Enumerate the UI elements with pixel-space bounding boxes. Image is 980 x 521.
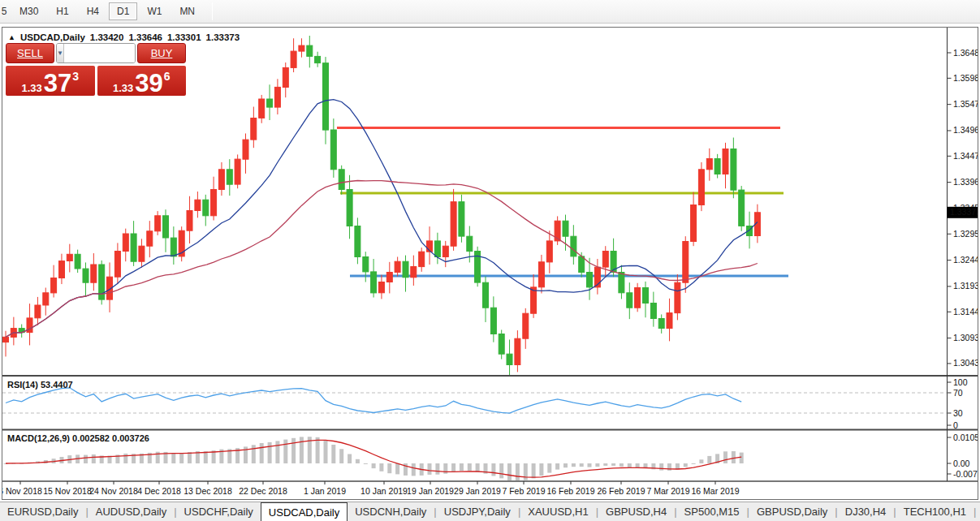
svg-text:1.35985: 1.35985 [953,73,978,83]
date-axis: 6 Nov 201815 Nov 201824 Nov 20184 Dec 20… [2,481,740,496]
chart-canvas[interactable]: 1.364801.359851.354751.349651.344701.339… [2,28,978,499]
bid-price-prefix: 1.33 [21,83,41,93]
svg-text:7 Feb 2019: 7 Feb 2019 [502,486,545,496]
svg-text:19 Jan 2019: 19 Jan 2019 [407,486,454,496]
svg-text:10 Jan 2019: 10 Jan 2019 [360,486,408,496]
buy-button[interactable]: BUY [137,43,186,63]
bid-price-sup: 3 [72,70,79,83]
bid-price-box[interactable]: 1.33373 [6,66,95,96]
svg-text:4 Dec 2018: 4 Dec 2018 [137,486,181,496]
ask-price-prefix: 1.33 [113,83,133,93]
chart-header: ▲ USDCAD,Daily 1.33420 1.33646 1.33301 1… [8,32,240,42]
svg-text:16 Feb 2019: 16 Feb 2019 [547,486,595,496]
timeframe-button-h4[interactable]: H4 [79,2,107,20]
svg-text:1.31935: 1.31935 [953,281,978,291]
svg-text:16 Mar 2019: 16 Mar 2019 [692,486,740,496]
svg-text:100: 100 [953,377,968,387]
chart-tab-ui[interactable]: UI [976,502,980,521]
chart-tab-tech100-h1[interactable]: TECH100,H1 [896,502,974,521]
svg-text:7 Mar 2019: 7 Mar 2019 [646,486,689,496]
svg-text:1.34470: 1.34470 [953,151,978,161]
chart-tab-usdcnh-daily[interactable]: USDCNH,Daily [348,502,434,521]
svg-text:26 Feb 2019: 26 Feb 2019 [598,486,645,496]
chart-tab-bar: EURUSD,Daily|AUDUSD,Daily|USDCHF,DailyUS… [0,502,980,521]
svg-text:13 Dec 2018: 13 Dec 2018 [183,486,232,496]
chart-tab-gbpusd-daily[interactable]: GBPUSD,Daily [749,502,835,521]
macd-pane: 0.0105250.00-0.0073 [4,433,978,480]
svg-text:29 Jan 2019: 29 Jan 2019 [454,486,501,496]
chart-tab-usdchf-daily[interactable]: USDCHF,Daily [177,502,261,521]
svg-text:1.30435: 1.30435 [953,358,978,368]
chart-symbol-label: USDCAD,Daily [20,32,85,42]
ohlc-open: 1.33420 [90,32,124,42]
rsi-pane: 10070300 [2,377,968,430]
svg-text:70: 70 [953,388,963,398]
timeframe-toolbar: 5M30H1H4D1W1MN [0,0,980,24]
svg-text:-0.0073: -0.0073 [953,469,978,479]
trading-terminal: 5M30H1H4D1W1MN 1.364801.359851.354751.34… [0,0,980,521]
svg-text:1.30930: 1.30930 [953,333,978,342]
svg-text:24 Nov 2018: 24 Nov 2018 [89,486,138,496]
svg-text:MACD(12,26,9) 0.002582 0.00372: MACD(12,26,9) 0.002582 0.003726 [7,433,149,443]
arrow-down-icon: ▼ [57,50,63,57]
bid-price-big: 37 [44,73,71,93]
timeframe-button-mn[interactable]: MN [171,2,203,20]
ask-price-sup: 6 [164,70,171,83]
svg-text:1.33960: 1.33960 [953,177,978,187]
svg-text:0.00: 0.00 [953,459,970,468]
sell-button[interactable]: SELL [6,43,54,63]
timeframe-button-5[interactable]: 5 [0,2,10,20]
collapse-triangle-icon[interactable]: ▲ [8,33,15,41]
ohlc-low: 1.33301 [167,32,201,42]
timeframe-button-h1[interactable]: H1 [48,2,76,20]
ohlc-high: 1.33646 [128,32,162,42]
svg-text:1.32445: 1.32445 [953,255,978,265]
svg-text:1.33373: 1.33373 [950,207,978,217]
toolbar-separator [212,2,213,20]
timeframe-button-d1[interactable]: D1 [109,2,137,20]
volume-stepper: ▼ ▲ [56,43,136,63]
volume-input[interactable] [64,44,136,62]
chart-tab-audusd-daily[interactable]: AUDUSD,Daily [89,502,174,521]
one-click-trading-panel: SELL ▼ ▲ BUY 1.33373 1.33396 [6,43,186,96]
svg-text:1.36480: 1.36480 [953,48,978,58]
chart-tab-dj30-h4[interactable]: DJ30,H4 [838,502,894,521]
svg-text:30: 30 [953,408,963,418]
timeframe-button-m30[interactable]: M30 [11,2,46,20]
svg-text:1.35475: 1.35475 [953,99,978,109]
ohlc-close: 1.33373 [206,32,240,42]
svg-text:RSI(14) 53.4407: RSI(14) 53.4407 [7,380,73,390]
timeframe-buttons: 5M30H1H4D1W1MN [0,2,204,20]
chart-tab-usdcad-daily[interactable]: USDCAD,Daily [261,502,348,521]
chart-tab-xauusd-h1[interactable]: XAUUSD,H1 [520,502,595,521]
volume-decrease-button[interactable]: ▼ [57,44,64,62]
svg-text:15 Nov 2018: 15 Nov 2018 [43,486,92,496]
timeframe-button-w1[interactable]: W1 [139,2,170,20]
svg-text:0.010525: 0.010525 [953,433,978,442]
svg-text:1.34965: 1.34965 [953,125,978,135]
chart-window: 1.364801.359851.354751.349651.344701.339… [2,27,978,500]
chart-tab-eurusd-daily[interactable]: EURUSD,Daily [0,502,85,521]
chart-tab-gbpusd-h4[interactable]: GBPUSD,H4 [598,502,674,521]
svg-text:22 Dec 2018: 22 Dec 2018 [239,486,287,496]
svg-text:1 Jan 2019: 1 Jan 2019 [304,486,346,496]
current-price-badge: 1.33373 [948,207,978,218]
svg-text:1.31440: 1.31440 [953,307,978,316]
ask-price-box[interactable]: 1.33396 [97,66,187,96]
ask-price-big: 39 [135,73,162,93]
svg-text:0: 0 [953,420,958,430]
horizontal-level-lines[interactable] [337,127,788,275]
chart-tab-sp500-m15[interactable]: SP500,M15 [677,502,747,521]
chart-tab-usdjpy-daily[interactable]: USDJPY,Daily [437,502,518,521]
svg-text:6 Nov 2018: 6 Nov 2018 [2,486,42,496]
svg-text:1.32955: 1.32955 [953,229,978,239]
